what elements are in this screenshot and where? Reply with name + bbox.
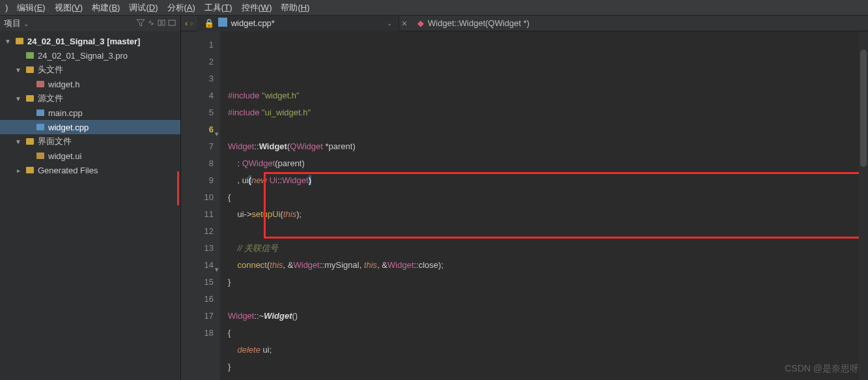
split-icon[interactable] xyxy=(157,18,166,29)
sidebar-header: 项目 ⌄ xyxy=(0,16,180,31)
line-number: 14 xyxy=(181,257,214,274)
token xyxy=(228,243,237,253)
svg-rect-5 xyxy=(26,66,34,73)
tree-item[interactable]: widget.ui xyxy=(0,149,180,163)
scrollbar[interactable] xyxy=(859,31,868,380)
token: new xyxy=(251,175,267,185)
code-line: connect(this, &Widget::mySignal, this, &… xyxy=(228,257,868,274)
menu-item[interactable]: 编辑(E) xyxy=(17,2,45,14)
nav-back-icon[interactable]: ‹ xyxy=(185,18,188,28)
tree-item[interactable]: ▼24_02_01_Signal_3 [master] xyxy=(0,34,180,48)
token: this xyxy=(364,260,377,270)
lock-icon: 🔒 xyxy=(204,18,214,28)
token: Widget xyxy=(228,141,254,151)
twisty-icon[interactable]: ▸ xyxy=(14,167,22,174)
tree-label: main.cpp xyxy=(48,108,83,118)
token: ui xyxy=(242,175,249,185)
code-line xyxy=(228,121,868,138)
folder-icon xyxy=(25,65,35,75)
token: parent xyxy=(329,141,353,151)
dropdown-icon[interactable]: ⌄ xyxy=(23,20,29,27)
menu-item[interactable]: 分析(A) xyxy=(167,2,195,14)
project-icon xyxy=(14,36,25,46)
token: ; xyxy=(270,345,272,355)
line-number: 7 xyxy=(181,138,214,155)
line-number: 18 xyxy=(181,325,214,342)
menu-item[interactable]: 工具(T) xyxy=(204,2,232,14)
menu-item[interactable]: 帮助(H) xyxy=(281,2,309,14)
tree-item[interactable]: widget.cpp xyxy=(0,120,180,134)
line-number: 15 xyxy=(181,274,214,291)
project-tree: ▼24_02_01_Signal_3 [master]24_02_01_Sign… xyxy=(0,31,180,180)
sidebar-title: 项目 xyxy=(4,18,21,29)
token: () xyxy=(292,311,298,321)
diamond-icon: ◆ xyxy=(417,18,424,28)
menu-bar: )编辑(E)视图(V)构建(B)调试(D)分析(A)工具(T)控件(W)帮助(H… xyxy=(0,0,868,16)
link-icon[interactable] xyxy=(147,18,156,29)
cpp-file-icon xyxy=(218,18,227,29)
code-line: #include "ui_widget.h" xyxy=(228,104,868,121)
twisty-icon[interactable]: ▼ xyxy=(14,138,22,145)
token: } xyxy=(228,362,231,372)
tab-filename: widget.cpp* xyxy=(231,18,275,28)
menu-item[interactable]: ) xyxy=(5,3,8,12)
svg-rect-6 xyxy=(36,81,44,87)
token xyxy=(228,345,237,355)
scrollbar-thumb[interactable] xyxy=(860,50,867,167)
line-number: 6 xyxy=(181,121,214,138)
token: ui xyxy=(237,209,244,219)
token: delete xyxy=(237,345,260,355)
token: Widget xyxy=(228,311,254,321)
line-number: 16 xyxy=(181,291,214,308)
filter-icon[interactable] xyxy=(136,18,145,29)
token: } xyxy=(228,277,231,287)
twisty-icon[interactable]: ▼ xyxy=(14,66,22,74)
tree-item[interactable]: ▼源文件 xyxy=(0,91,180,106)
tree-label: 24_02_01_Signal_3 [master] xyxy=(27,37,140,46)
expand-icon[interactable] xyxy=(167,18,176,29)
token: ui xyxy=(263,345,270,355)
code-line: #include "widget.h" xyxy=(228,87,868,104)
token: { xyxy=(228,192,231,202)
twisty-icon[interactable]: ▼ xyxy=(4,38,12,45)
tab-bar: ‹ › 🔒 widget.cpp* ⌄ × ◆ Widget::Widget(Q… xyxy=(181,16,868,31)
close-tab-icon[interactable]: × xyxy=(399,18,410,29)
line-number: 5 xyxy=(181,104,214,121)
code-line xyxy=(228,223,868,240)
tree-item[interactable]: ▼界面文件 xyxy=(0,134,180,149)
nav-fwd-icon[interactable]: › xyxy=(190,18,193,28)
line-number: 9 xyxy=(181,172,214,189)
twisty-icon[interactable]: ▼ xyxy=(14,95,22,102)
code-content[interactable]: #include "widget.h"#include "ui_widget.h… xyxy=(220,31,868,380)
token: * xyxy=(323,141,329,151)
pro-icon xyxy=(25,50,35,61)
token: "widget.h" xyxy=(262,91,300,100)
gutter: 12345▾678910111213▾1415161718 xyxy=(181,31,220,380)
token: { xyxy=(228,328,231,338)
menu-item[interactable]: 调试(D) xyxy=(129,2,158,14)
svg-rect-9 xyxy=(36,124,44,130)
code-line: Widget::Widget(QWidget *parent) xyxy=(228,138,868,155)
file-tab[interactable]: 🔒 widget.cpp* ⌄ xyxy=(197,16,399,31)
menu-item[interactable]: 控件(W) xyxy=(242,2,272,14)
token: , xyxy=(237,175,242,185)
tree-item[interactable]: widget.h xyxy=(0,77,180,91)
sidebar-tools xyxy=(136,18,176,29)
token: #include xyxy=(228,108,262,117)
tree-item[interactable]: ▼头文件 xyxy=(0,63,180,77)
tree-label: widget.h xyxy=(48,80,79,89)
breadcrumb[interactable]: ◆ Widget::Widget(QWidget *) xyxy=(412,18,535,28)
line-number: 12 xyxy=(181,223,214,240)
menu-item[interactable]: 视图(V) xyxy=(55,2,83,14)
line-number: 8 xyxy=(181,155,214,172)
menu-item[interactable]: 构建(B) xyxy=(92,2,120,14)
tree-label: 24_02_01_Signal_3.pro xyxy=(38,51,128,61)
tree-item[interactable]: main.cpp xyxy=(0,106,180,120)
editor-area: ‹ › 🔒 widget.cpp* ⌄ × ◆ Widget::Widget(Q… xyxy=(181,16,868,380)
tree-label: Generated Files xyxy=(38,166,98,175)
tree-item[interactable]: ▸Generated Files xyxy=(0,163,180,177)
tree-item[interactable]: 24_02_01_Signal_3.pro xyxy=(0,48,180,63)
dropdown-icon[interactable]: ⌄ xyxy=(387,20,392,27)
token: : xyxy=(237,158,242,168)
token: mySignal xyxy=(324,260,359,270)
